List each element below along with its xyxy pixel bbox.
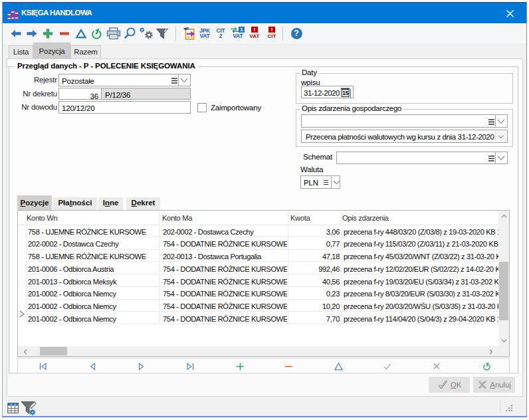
svg-text:15: 15 [342, 90, 348, 96]
